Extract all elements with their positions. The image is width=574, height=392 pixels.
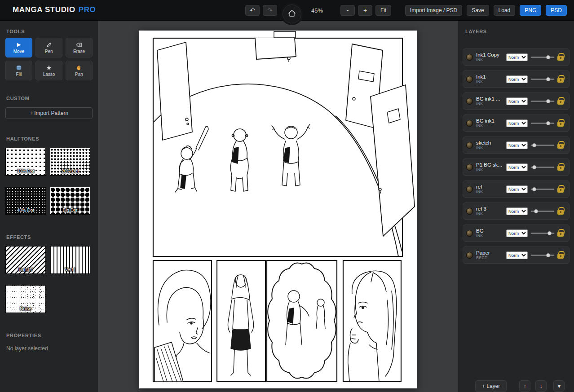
- layer-row-ref[interactable]: ref INK Norm: [463, 181, 570, 198]
- layer-visibility-eye-icon[interactable]: [466, 98, 473, 105]
- export-psd-button[interactable]: PSD: [546, 5, 567, 16]
- layer-opacity-slider[interactable]: [531, 230, 554, 236]
- opacity-slider-knob[interactable]: [546, 121, 550, 125]
- fit-button[interactable]: Fit: [375, 5, 391, 16]
- layer-lock-icon[interactable]: [557, 144, 564, 149]
- layer-row-ref-3[interactable]: ref 3 INK Norm: [463, 203, 570, 220]
- zoom-out-button[interactable]: -: [340, 5, 355, 16]
- layer-blend-select[interactable]: Norm: [506, 229, 528, 237]
- collapse-panel-button[interactable]: ▼: [553, 380, 565, 392]
- manga-page-artwork: [139, 31, 417, 388]
- opacity-slider-knob[interactable]: [546, 253, 550, 257]
- canvas-page[interactable]: [139, 31, 417, 388]
- layer-blend-select[interactable]: Norm: [506, 185, 528, 193]
- tool-move[interactable]: Move: [5, 38, 32, 57]
- effects-header: EFFECTS: [6, 234, 92, 240]
- move-layer-down-button[interactable]: ↓: [535, 380, 547, 392]
- layer-row-paper[interactable]: Paper RECT Norm: [463, 247, 570, 264]
- import-pattern-button[interactable]: + Import Pattern: [5, 107, 93, 119]
- layer-row-ink1-copy[interactable]: Ink1 Copy INK Norm: [463, 48, 570, 66]
- move-layer-up-button[interactable]: ↑: [519, 380, 530, 392]
- layer-opacity-slider[interactable]: [531, 142, 554, 148]
- layer-opacity-slider[interactable]: [531, 120, 554, 126]
- layer-opacity-slider[interactable]: [531, 252, 554, 258]
- tool-lasso[interactable]: Lasso: [35, 61, 62, 80]
- layer-opacity-slider[interactable]: [531, 98, 554, 104]
- tool-erase[interactable]: Erase: [66, 38, 93, 57]
- home-button[interactable]: [283, 4, 301, 23]
- tool-fill[interactable]: Fill: [5, 61, 32, 80]
- layer-visibility-eye-icon[interactable]: [466, 164, 473, 171]
- layer-blend-select[interactable]: Norm: [506, 75, 528, 83]
- layer-opacity-slider[interactable]: [531, 186, 554, 192]
- layer-blend-select[interactable]: Norm: [506, 251, 528, 259]
- layer-blend-select[interactable]: Norm: [506, 163, 528, 171]
- layer-row-bg-ink1[interactable]: BG ink1 INK Norm: [463, 115, 570, 132]
- layer-opacity-slider[interactable]: [531, 164, 554, 170]
- layer-row-bg[interactable]: BG INK Norm: [463, 225, 570, 242]
- layer-row-p1-bg-sk[interactable]: P1 BG sk... INK Norm: [463, 159, 570, 176]
- opacity-slider-knob[interactable]: [532, 165, 536, 169]
- opacity-slider-knob[interactable]: [534, 209, 538, 213]
- opacity-slider-knob[interactable]: [546, 99, 550, 103]
- layer-lock-icon[interactable]: [557, 210, 564, 215]
- layer-visibility-eye-icon[interactable]: [466, 142, 473, 149]
- opacity-slider-knob[interactable]: [532, 143, 536, 147]
- add-layer-button[interactable]: + Layer: [475, 380, 507, 392]
- tool-pan[interactable]: Pan: [66, 61, 93, 80]
- opacity-slider-knob[interactable]: [546, 77, 550, 81]
- tool-label: Move: [13, 49, 24, 54]
- effect-swatch-vertical[interactable]: Vert |: [50, 246, 90, 274]
- import-image-psd-button[interactable]: Import Image / PSD: [405, 5, 462, 16]
- layer-visibility-eye-icon[interactable]: [466, 186, 473, 193]
- layer-blend-select[interactable]: Norm: [506, 119, 528, 127]
- canvas-area[interactable]: [98, 21, 458, 392]
- layer-visibility-eye-icon[interactable]: [466, 252, 473, 259]
- opacity-slider-knob[interactable]: [546, 55, 550, 59]
- layer-blend-select[interactable]: Norm: [506, 53, 528, 61]
- layer-visibility-eye-icon[interactable]: [466, 76, 473, 83]
- opacity-slider-knob[interactable]: [548, 231, 552, 235]
- layer-name: BG ink1 ...: [476, 96, 503, 102]
- layer-visibility-eye-icon[interactable]: [466, 54, 473, 61]
- layer-lock-icon[interactable]: [557, 56, 564, 61]
- halftone-swatch-big-dot[interactable]: Big Dot: [50, 187, 90, 215]
- layer-visibility-eye-icon[interactable]: [466, 230, 473, 237]
- layer-type: INK: [476, 102, 503, 106]
- layer-blend-select[interactable]: Norm: [506, 97, 528, 105]
- tool-pen[interactable]: Pen: [35, 38, 62, 57]
- tool-label: Pan: [75, 72, 83, 77]
- layer-type: INK: [476, 212, 503, 216]
- redo-button[interactable]: ↷: [263, 5, 277, 16]
- layer-blend-select[interactable]: Norm: [506, 141, 528, 149]
- layer-lock-icon[interactable]: [557, 100, 564, 105]
- layer-visibility-eye-icon[interactable]: [466, 208, 473, 215]
- layer-row-ink1[interactable]: Ink1 INK Norm: [463, 70, 570, 88]
- export-png-button[interactable]: PNG: [520, 5, 541, 16]
- layer-row-bg-ink1[interactable]: BG ink1 ... INK Norm: [463, 92, 570, 110]
- save-button[interactable]: Save: [467, 5, 489, 16]
- tools-grid: Move Pen Erase Fill Lasso Pan: [5, 38, 93, 80]
- effect-swatch-hatch[interactable]: Hatch /: [5, 246, 46, 274]
- layer-row-sketch[interactable]: sketch INK Norm: [463, 137, 570, 154]
- layer-lock-icon[interactable]: [557, 122, 564, 127]
- layer-opacity-slider[interactable]: [531, 54, 554, 60]
- layer-opacity-slider[interactable]: [531, 208, 554, 214]
- zoom-in-button[interactable]: +: [358, 5, 372, 16]
- halftone-swatch-10-dot[interactable]: 10% Dot: [5, 148, 46, 176]
- layer-meta: BG INK: [476, 228, 503, 238]
- layer-lock-icon[interactable]: [557, 78, 564, 83]
- load-button[interactable]: Load: [494, 5, 516, 16]
- layer-lock-icon[interactable]: [557, 188, 564, 193]
- layer-lock-icon[interactable]: [557, 166, 564, 171]
- layer-visibility-eye-icon[interactable]: [466, 120, 473, 127]
- effect-swatch-noise[interactable]: Noise: [5, 285, 46, 313]
- layer-lock-icon[interactable]: [557, 254, 564, 259]
- halftone-swatch-40-dot[interactable]: 40% Dot: [5, 187, 46, 215]
- opacity-slider-knob[interactable]: [532, 187, 536, 191]
- layer-blend-select[interactable]: Norm: [506, 207, 528, 215]
- undo-button[interactable]: ↶: [245, 5, 260, 16]
- layer-opacity-slider[interactable]: [531, 76, 554, 82]
- layer-lock-icon[interactable]: [557, 232, 564, 237]
- halftone-swatch-20-dot[interactable]: 20% Dot: [50, 148, 90, 176]
